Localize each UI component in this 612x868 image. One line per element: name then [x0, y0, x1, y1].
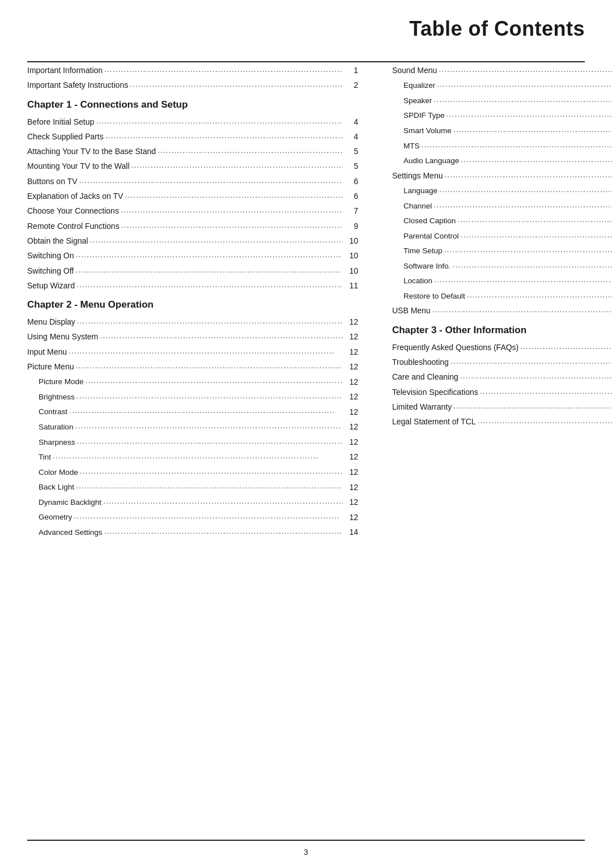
page-number: 3 [304, 848, 308, 857]
entry-title: Channel [403, 201, 432, 212]
dots [104, 63, 343, 75]
list-item: Switching Off 10 [27, 264, 358, 276]
entry-title: SPDIF Type [403, 110, 445, 121]
list-item: Choose Your Connections 7 [27, 204, 358, 216]
dots [103, 495, 343, 507]
entry-title: Equalizer [403, 80, 435, 91]
entry-title: Restore to Default [403, 291, 465, 302]
list-item: Picture Mode 12 [27, 375, 358, 388]
list-item: Before Initial Setup 4 [27, 115, 358, 127]
left-column: Important Information 1 Important Safety… [27, 63, 375, 541]
list-item: Check Supplied Parts 4 [27, 130, 358, 142]
list-item: Remote Control Functions 9 [27, 219, 358, 232]
page-num: 12 [345, 466, 358, 478]
dots [76, 390, 343, 402]
entry-title: Language [403, 185, 437, 197]
dots [453, 124, 612, 135]
page-title: Table of Contents [0, 0, 612, 41]
list-item: Attaching Your TV to the Base Stand 5 [27, 144, 358, 157]
list-item: Channel 15 [392, 199, 612, 212]
dots [125, 189, 343, 201]
list-item: Equalizer 14 [392, 78, 612, 91]
dots [80, 465, 343, 477]
list-item: Time Setup 17 [392, 244, 612, 257]
list-item: Frequently Asked Questions (FAQs) 19 [392, 341, 612, 353]
list-item: Using Menu System 12 [27, 330, 358, 342]
dots [520, 341, 612, 352]
list-item: Picture Menu 12 [27, 360, 358, 372]
dots [86, 375, 343, 386]
entry-title: Sharpness [39, 437, 75, 448]
list-item: Buttons on TV 6 [27, 175, 358, 187]
entry-title: Back Light [39, 482, 74, 493]
dots [453, 400, 612, 411]
list-item: Audio Language 14 [392, 154, 612, 167]
page-num: 4 [345, 131, 358, 142]
bottom-rule [27, 840, 585, 841]
entry-title: Menu Display [27, 316, 75, 327]
list-item: Restore to Default 18 [392, 289, 612, 302]
list-item: Parental Control 16 [392, 229, 612, 242]
entry-title: Buttons on TV [27, 176, 77, 187]
dots [478, 415, 612, 426]
dots [439, 63, 612, 75]
entry-title: Setup Wizard [27, 280, 75, 291]
entry-title: Tint [39, 452, 51, 463]
entry-title: Important Information [27, 65, 103, 76]
dots [75, 420, 343, 432]
entry-title: Attaching Your TV to the Base Stand [27, 146, 156, 157]
list-item: Advanced Settings 14 [27, 525, 358, 538]
entry-title: Input Menu [27, 346, 67, 358]
dots [444, 169, 612, 180]
entry-title: Time Setup [403, 245, 443, 257]
page-num: 12 [345, 512, 358, 523]
entry-title: Geometry [39, 512, 72, 523]
entry-title: Smart Volume [403, 125, 452, 137]
entry-title: Location [403, 275, 432, 287]
list-item: Explanation of Jacks on TV 6 [27, 189, 358, 202]
right-column: Sound Menu 14 Equalizer 14 Speaker 14 SP… [375, 63, 612, 541]
page-num: 12 [345, 436, 358, 448]
entry-title: Mounting Your TV to the Wall [27, 160, 130, 172]
list-item: Language 14 [392, 184, 612, 197]
entry-title: Using Menu System [27, 331, 98, 342]
entry-title: Color Mode [39, 467, 78, 478]
list-item: Troubleshooting 20 [392, 355, 612, 368]
list-item: Settings Menu 14 [392, 169, 612, 181]
page-num: 14 [345, 526, 358, 538]
page-num: 12 [345, 451, 358, 462]
list-item: Television Specifications 22 [392, 385, 612, 398]
page-num: 11 [345, 280, 358, 291]
entry-title: Picture Mode [39, 376, 84, 388]
dots [53, 450, 343, 462]
page-num: 10 [345, 250, 358, 261]
list-item: Legal Statement of TCL 25 [392, 415, 612, 427]
list-item: MTS 14 [392, 139, 612, 152]
list-item: SPDIF Type 14 [392, 108, 612, 121]
page-num: 12 [345, 482, 358, 493]
chapter2-heading: Chapter 2 - Menu Operation [27, 299, 358, 310]
list-item: Speaker 14 [392, 93, 612, 107]
list-item: Brightness 12 [27, 390, 358, 403]
list-item: USB Menu 18 [392, 304, 612, 316]
list-item: Color Mode 12 [27, 465, 358, 478]
entry-title: Closed Caption [403, 215, 456, 227]
dots [434, 93, 612, 105]
dots [480, 385, 612, 397]
dots [75, 249, 342, 260]
list-item: Tint 12 [27, 450, 358, 463]
page-num: 12 [345, 406, 358, 418]
list-item: Sharpness 12 [27, 435, 358, 448]
list-item: Important Safety Instructions 2 [27, 78, 358, 91]
list-item: Saturation 12 [27, 420, 358, 433]
list-item: Mounting Your TV to the Wall 5 [27, 159, 358, 172]
page-num: 7 [345, 205, 358, 216]
dots [69, 405, 343, 416]
page-num: 9 [345, 220, 358, 232]
page-num: 2 [345, 79, 358, 91]
chapter3-heading: Chapter 3 - Other Information [392, 325, 612, 336]
entry-title: Important Safety Instructions [27, 79, 128, 91]
entry-title: Frequently Asked Questions (FAQs) [392, 342, 518, 353]
list-item: Sound Menu 14 [392, 63, 612, 76]
dots [450, 355, 612, 367]
